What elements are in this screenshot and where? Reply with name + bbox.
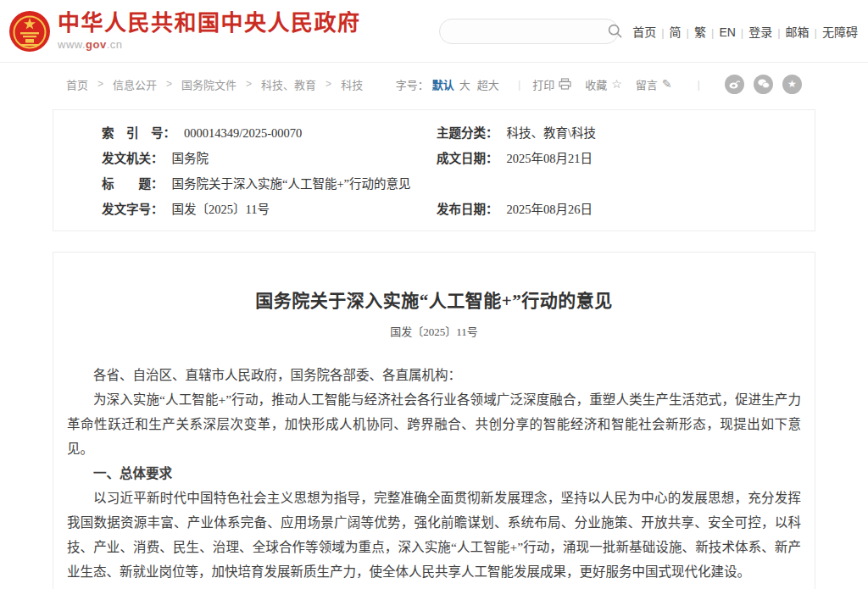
print-button[interactable]: 打印 bbox=[532, 76, 571, 92]
print-label: 打印 bbox=[532, 76, 554, 92]
tools-divider: | bbox=[518, 78, 520, 91]
section-heading-overall-requirements: 一、总体要求 bbox=[67, 461, 801, 486]
meta-value-publish-date: 2025年08月26日 bbox=[507, 197, 593, 222]
breadcrumb-info-disclosure[interactable]: 信息公开 bbox=[113, 76, 157, 92]
nav-accessibility[interactable]: 无障碍 bbox=[822, 25, 858, 39]
font-size-large[interactable]: 大 bbox=[459, 76, 470, 92]
paragraph-intro: 为深入实施“人工智能+”行动，推动人工智能与经济社会各行业各领域广泛深度融合，重… bbox=[67, 387, 801, 461]
meta-row: 标 题：国务院关于深入实施“人工智能+”行动的意见 bbox=[53, 171, 815, 197]
breadcrumb-separator: > bbox=[166, 78, 172, 90]
paragraph-guiding-ideology: 以习近平新时代中国特色社会主义思想为指导，完整准确全面贯彻新发展理念，坚持以人民… bbox=[67, 486, 801, 584]
meta-row: 发文字号：国发〔2025〕11号 发布日期：2025年08月26日 bbox=[53, 197, 815, 222]
meta-label-signed-date: 成文日期： bbox=[437, 146, 498, 171]
meta-value-doc-number: 国发〔2025〕11号 bbox=[172, 197, 270, 222]
star-icon: ☆ bbox=[611, 77, 622, 91]
site-url-prefix: www. bbox=[58, 38, 86, 51]
nav-divider: | bbox=[711, 26, 714, 39]
favorite-button[interactable]: 收藏 ☆ bbox=[585, 76, 622, 92]
meta-label-doc-number: 发文字号： bbox=[102, 197, 164, 222]
breadcrumb-separator: > bbox=[97, 78, 103, 90]
breadcrumb-separator: > bbox=[246, 78, 252, 90]
paragraph-salutation: 各省、自治区、直辖市人民政府，国务院各部委、各直属机构： bbox=[67, 363, 801, 387]
meta-value-topic: 科技、教育\科技 bbox=[507, 120, 597, 146]
favorite-label: 收藏 bbox=[585, 76, 607, 92]
header-nav: 首页|简|繁|EN|登录|邮箱|无障碍 bbox=[632, 23, 858, 40]
favorite-share-icon[interactable]: ★ bbox=[782, 75, 802, 94]
comment-label: 留言 bbox=[636, 76, 658, 92]
nav-divider: | bbox=[661, 26, 664, 39]
meta-label-issuing-agency: 发文机关： bbox=[102, 146, 164, 171]
meta-value-signed-date: 2025年08月21日 bbox=[507, 146, 593, 171]
meta-label-title: 标 题： bbox=[102, 171, 164, 197]
font-size-default[interactable]: 默认 bbox=[432, 76, 454, 92]
breadcrumb-separator: > bbox=[326, 78, 331, 90]
nav-divider: | bbox=[777, 26, 780, 39]
site-brand: 中华人民共和国中央人民政府 www.gov.cn bbox=[58, 11, 361, 51]
breadcrumb: 首页 > 信息公开 > 国务院文件 > 科技、教育 > 科技 bbox=[66, 76, 363, 92]
document-title: 国务院关于深入实施“人工智能+”行动的意见 bbox=[67, 286, 801, 312]
pencil-icon: ✎ bbox=[662, 77, 672, 91]
search-input[interactable] bbox=[440, 20, 608, 42]
search-icon[interactable] bbox=[608, 24, 622, 38]
toolbar: 首页 > 信息公开 > 国务院文件 > 科技、教育 > 科技 字号： 默认 大 … bbox=[0, 63, 868, 105]
printer-icon bbox=[559, 78, 571, 90]
search-box[interactable] bbox=[439, 19, 619, 44]
nav-english[interactable]: EN bbox=[719, 25, 735, 39]
nav-divider: | bbox=[741, 26, 743, 39]
nav-divider: | bbox=[687, 26, 689, 39]
site-url-suffix: .cn bbox=[107, 38, 123, 51]
breadcrumb-sci-tech[interactable]: 科技 bbox=[341, 76, 363, 92]
meta-value-index-no: 000014349/2025-00070 bbox=[184, 120, 302, 146]
breadcrumb-state-council-docs[interactable]: 国务院文件 bbox=[181, 76, 236, 92]
nav-simplified[interactable]: 简 bbox=[670, 25, 682, 39]
page-tools: 字号： 默认 大 超大 | 打印 收藏 ☆ 留言 ✎ | bbox=[396, 75, 802, 94]
document-content: 国务院关于深入实施“人工智能+”行动的意见 国发〔2025〕11号 各省、自治区… bbox=[53, 252, 815, 589]
nav-mail[interactable]: 邮箱 bbox=[786, 25, 810, 39]
meta-row: 索 引 号：000014349/2025-00070 主题分类：科技、教育\科技 bbox=[53, 120, 815, 146]
document-body: 各省、自治区、直辖市人民政府，国务院各部委、各直属机构： 为深入实施“人工智能+… bbox=[67, 363, 801, 589]
weibo-share-icon[interactable] bbox=[725, 75, 744, 94]
meta-value-issuing-agency: 国务院 bbox=[172, 146, 209, 171]
breadcrumb-sci-tech-edu[interactable]: 科技、教育 bbox=[261, 76, 316, 92]
breadcrumb-home[interactable]: 首页 bbox=[66, 76, 88, 92]
site-title: 中华人民共和国中央人民政府 bbox=[58, 11, 361, 36]
tools-divider: | bbox=[698, 78, 700, 91]
paragraph-goals: 到2027年，率先实现人工智能与6大重点领域广泛深度融合，新一代智能终端、智能体… bbox=[67, 584, 801, 589]
national-emblem-logo bbox=[8, 10, 51, 53]
comment-button[interactable]: 留言 ✎ bbox=[636, 76, 672, 92]
meta-label-index-no: 索 引 号： bbox=[102, 120, 175, 146]
nav-home[interactable]: 首页 bbox=[632, 25, 656, 39]
wechat-share-icon[interactable] bbox=[754, 75, 773, 94]
meta-row: 发文机关：国务院 成文日期：2025年08月21日 bbox=[53, 146, 815, 171]
nav-traditional[interactable]: 繁 bbox=[694, 25, 706, 39]
meta-value-title: 国务院关于深入实施“人工智能+”行动的意见 bbox=[172, 171, 411, 197]
site-url-gov: gov bbox=[86, 38, 107, 51]
document-metadata: 索 引 号：000014349/2025-00070 主题分类：科技、教育\科技… bbox=[53, 109, 815, 231]
meta-label-publish-date: 发布日期： bbox=[437, 197, 498, 222]
font-size-label: 字号： bbox=[396, 76, 429, 92]
site-header: 中华人民共和国中央人民政府 www.gov.cn 首页|简|繁|EN|登录|邮箱… bbox=[0, 0, 868, 63]
document-number: 国发〔2025〕11号 bbox=[67, 323, 801, 339]
share-buttons: ★ bbox=[715, 75, 802, 94]
site-url: www.gov.cn bbox=[58, 38, 361, 51]
font-size-xlarge[interactable]: 超大 bbox=[477, 76, 499, 92]
nav-login[interactable]: 登录 bbox=[748, 25, 772, 39]
meta-label-topic: 主题分类： bbox=[437, 120, 498, 146]
nav-divider: | bbox=[815, 26, 817, 39]
